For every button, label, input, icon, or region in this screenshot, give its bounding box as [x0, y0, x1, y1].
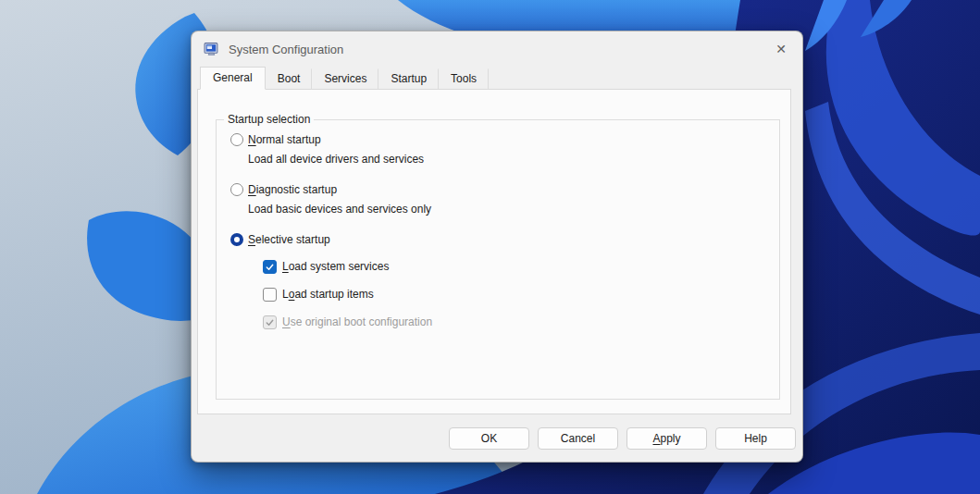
close-icon: ✕	[775, 42, 787, 56]
title-bar: System Configuration ✕	[192, 31, 802, 67]
radio-label: Selective startup	[248, 233, 330, 246]
cancel-button[interactable]: Cancel	[538, 427, 618, 450]
diagnostic-startup-description: Load basic devices and services only	[248, 203, 779, 216]
radio-label: Diagnostic startup	[248, 183, 337, 196]
close-button[interactable]: ✕	[760, 31, 802, 67]
checkbox-label: Load system services	[282, 260, 389, 273]
checkbox-checked-icon	[263, 260, 277, 274]
tab-boot[interactable]: Boot	[266, 68, 313, 90]
dialog-button-row: OK Cancel Apply Help	[192, 414, 802, 462]
checkbox-disabled-checked-icon	[263, 315, 277, 329]
tab-general[interactable]: General	[200, 67, 266, 90]
startup-selection-group: Startup selection Normal startup Load al…	[216, 119, 780, 400]
system-configuration-icon	[204, 42, 219, 57]
checkbox-use-original-boot-configuration: Use original boot configuration	[263, 315, 779, 329]
checkbox-load-startup-items[interactable]: Load startup items	[263, 287, 779, 302]
checkbox-unchecked-icon	[263, 288, 277, 302]
group-label: Startup selection	[224, 113, 314, 126]
tab-strip: General Boot Services Startup Tools	[192, 67, 802, 90]
radio-diagnostic-startup[interactable]: Diagnostic startup	[230, 182, 779, 197]
apply-button[interactable]: Apply	[626, 427, 707, 450]
tab-services[interactable]: Services	[312, 68, 378, 90]
checkbox-load-system-services[interactable]: Load system services	[263, 259, 779, 274]
checkbox-label: Load startup items	[282, 288, 374, 301]
window-title: System Configuration	[229, 43, 343, 56]
radio-normal-startup[interactable]: Normal startup	[230, 132, 779, 147]
help-button[interactable]: Help	[715, 427, 796, 450]
system-configuration-dialog: System Configuration ✕ General Boot Serv…	[191, 31, 803, 463]
normal-startup-description: Load all device drivers and services	[248, 153, 779, 167]
radio-selective-startup[interactable]: Selective startup	[230, 232, 779, 247]
tab-tools[interactable]: Tools	[439, 68, 489, 90]
general-tab-panel: Startup selection Normal startup Load al…	[197, 89, 791, 414]
radio-icon	[230, 183, 243, 196]
radio-label: Normal startup	[248, 133, 321, 146]
checkbox-label: Use original boot configuration	[282, 315, 432, 328]
ok-button[interactable]: OK	[449, 427, 529, 450]
tab-startup[interactable]: Startup	[378, 68, 439, 90]
radio-icon	[230, 133, 243, 146]
radio-icon-selected	[230, 233, 243, 246]
